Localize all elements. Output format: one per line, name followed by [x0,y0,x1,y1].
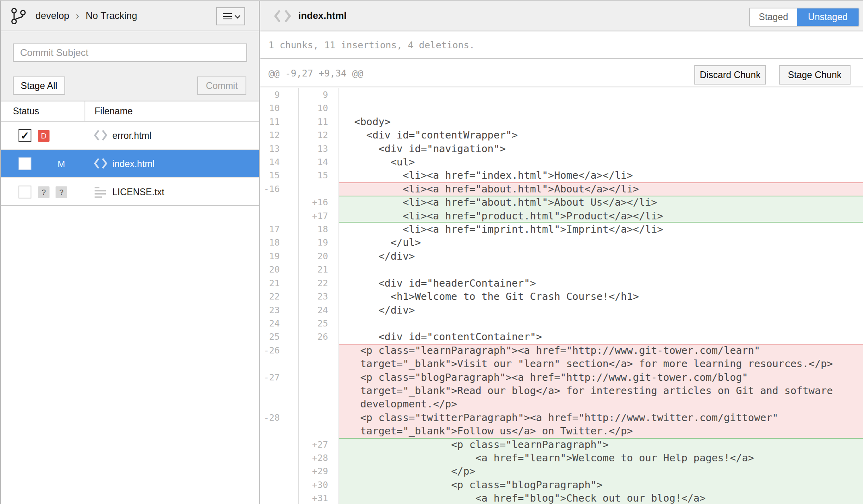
line-number-old [260,357,299,370]
chunk-header-bar: @@ -9,27 +9,34 @@ Discard Chunk Stage Ch… [260,60,863,87]
code-text [339,88,863,101]
file-table-header: Status Filename [1,101,259,122]
diff-line-row: 1313<div id="navigation"> [260,142,863,155]
line-number-new: 20 [299,250,339,263]
diff-stats-bar: 1 chunks, 11 insertions, 4 deletions. [260,32,863,59]
line-number-new: 9 [299,88,339,101]
line-number-new [299,371,339,384]
tracking-status[interactable]: No Tracking [86,10,137,21]
file-row-LICENSE.txt[interactable]: ?? LICENSE.txt [1,178,259,206]
line-number-new [299,344,339,357]
stage-all-button[interactable]: Stage All [13,76,65,95]
code-text: <div id="navigation"> [339,142,863,155]
line-number-old: -27 [260,371,299,384]
diff-line-row: 1718<li><a href="imprint.html">Imprint</… [260,223,863,236]
chevron-down-icon [235,12,240,18]
diff-panel: index.html Staged Unstaged 1 chunks, 11 … [260,1,863,504]
diff-line-row: development.</p> [260,397,863,411]
line-number-new: 24 [299,304,339,317]
line-number-old: 10 [260,101,299,115]
line-number-new: 22 [299,277,339,290]
file-name: LICENSE.txt [112,178,164,206]
code-text: <li><a href="imprint.html">Imprint</a></… [339,223,863,236]
line-number-old [260,384,299,397]
line-number-old: -26 [260,344,299,357]
diff-body: 9910101111<body>1212<div id="contentWrap… [260,88,863,504]
discard-chunk-button[interactable]: Discard Chunk [694,65,766,85]
code-text: <p class="blogParagraph"> [339,478,863,492]
line-number-old: 21 [260,277,299,290]
diff-line-row: target="_blank">Read our blog</a> for in… [260,384,863,397]
code-text: <li><a href="product.html">Product</a></… [339,209,863,223]
chunk-range-label: @@ -9,27 +9,34 @@ [268,60,363,87]
stage-checkbox[interactable] [19,157,31,170]
code-file-icon [94,157,107,171]
line-number-new [299,397,339,411]
diff-line-row: -28<p class="twitterParagraph"><a href="… [260,411,863,424]
line-number-old: -28 [260,411,299,424]
tab-unstaged[interactable]: Unstaged [797,8,859,26]
file-list: ✓D error.htmlM index.html?? LICENSE.txt [1,122,259,206]
code-text: </ul> [339,236,863,249]
line-number-new: 11 [299,115,339,128]
line-number-new: 10 [299,101,339,115]
status-badge: ? [56,186,67,198]
menu-icon [223,12,232,21]
line-number-new: 18 [299,223,339,236]
line-number-old [260,438,299,451]
stage-checkbox[interactable] [19,186,31,198]
stage-checkbox[interactable]: ✓ [19,129,31,142]
diff-line-row: 1920</div> [260,250,863,263]
line-number-old: 17 [260,223,299,236]
code-file-icon [94,129,107,143]
diff-line-row: -27<p class="blogParagraph"><a href="htt… [260,371,863,384]
branch-menu-button[interactable] [216,7,245,25]
code-text: <div id="contentContainer"> [339,330,863,343]
diff-line-row: 1819</ul> [260,236,863,249]
stage-chunk-button[interactable]: Stage Chunk [779,65,851,85]
line-number-old: 13 [260,142,299,155]
code-text: <body> [339,115,863,128]
line-number-old: 9 [260,88,299,101]
code-text: <p class="learnParagraph"> [339,438,863,451]
code-text: development.</p> [339,397,863,411]
line-number-new: +30 [299,478,339,492]
diff-line-row: +29</p> [260,465,863,478]
code-text: </div> [339,250,863,263]
code-text: <li><a href="about.html">About Us</a></l… [339,196,863,209]
breadcrumb-separator-icon: › [76,10,79,22]
line-number-new: 21 [299,263,339,276]
line-number-old: 23 [260,304,299,317]
commit-subject-input[interactable] [13,43,247,62]
line-number-new [299,384,339,397]
line-number-old: 11 [260,115,299,128]
diff-line-row: -26<p class="learnParagraph"><a href="ht… [260,344,863,357]
status-badge: D [38,130,50,142]
code-text: <li><a href="about.html">About</a></li> [339,182,863,196]
diff-line-row: 99 [260,88,863,101]
branch-name[interactable]: develop [35,10,69,21]
sidebar: develop › No Tracking Stage All Commit S… [1,1,260,504]
diff-panel-header: index.html Staged Unstaged [260,1,863,31]
diff-line-row: 2526<div id="contentContainer"> [260,330,863,343]
line-number-new: 15 [299,169,339,182]
line-number-old: 25 [260,330,299,343]
line-number-old [260,397,299,411]
line-number-new: 12 [299,128,339,142]
diff-line-row: 2021 [260,263,863,276]
diff-line-row: target="_blank">Visit our "learn" sectio… [260,357,863,370]
code-text: <a href="learn">Welcome to our Help page… [339,451,863,465]
app-window: develop › No Tracking Stage All Commit S… [0,0,863,504]
file-row-index.html[interactable]: M index.html [1,150,259,178]
diff-line-row: +28<a href="learn">Welcome to our Help p… [260,451,863,465]
code-text: </p> [339,465,863,478]
diff-line-row: target="_blank">Follow us</a> on Twitter… [260,424,863,438]
line-number-old: 12 [260,128,299,142]
line-number-new [299,357,339,370]
diff-file-title: index.html [298,1,347,31]
commit-button[interactable]: Commit [197,76,246,95]
line-number-old [260,424,299,438]
sidebar-header: develop › No Tracking [1,1,259,31]
file-row-error.html[interactable]: ✓D error.html [1,122,259,150]
tab-staged[interactable]: Staged [750,8,797,26]
